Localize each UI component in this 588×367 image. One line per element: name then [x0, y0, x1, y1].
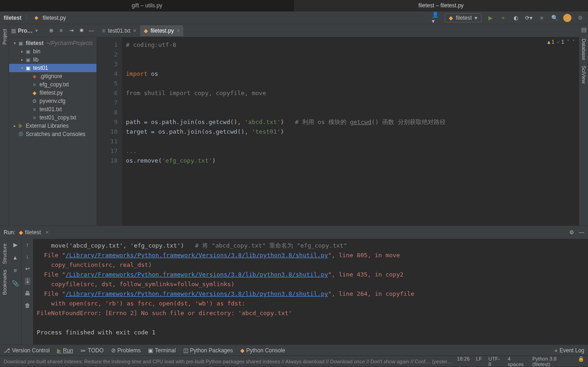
rerun-button[interactable]: ▶	[11, 242, 19, 249]
close-tab-icon[interactable]: ×	[45, 229, 49, 236]
expand-arrow-icon[interactable]: ▸	[19, 49, 25, 54]
hide-icon[interactable]: —	[579, 229, 584, 236]
run-tab[interactable]: ▶Run	[57, 347, 73, 354]
editor-tabs: ≡test01.txt× ◆filetest.py×	[96, 24, 579, 37]
chevron-down-icon: ▼	[34, 28, 39, 33]
sciview-tool-tab[interactable]: SciView	[580, 64, 588, 85]
profile-button[interactable]: ⟳▾	[525, 14, 533, 22]
status-encoding[interactable]: UTF-8	[488, 356, 501, 367]
run-icon: ▶	[57, 347, 61, 354]
up-button[interactable]: ↑	[26, 242, 29, 248]
settings-icon[interactable]: ✱	[78, 28, 85, 34]
stop-button[interactable]: ▲	[11, 254, 19, 262]
titlebar: gift – utils.py filetest – filetest.py	[0, 0, 588, 11]
expand-arrow-icon[interactable]: ▸	[12, 124, 17, 128]
coverage-button[interactable]: ◐	[512, 14, 520, 22]
settings-icon[interactable]: ⚙	[569, 229, 574, 236]
prev-highlight-icon[interactable]: ˄	[567, 39, 570, 45]
expand-all-icon[interactable]: ≡	[58, 28, 64, 34]
terminal-tab[interactable]: ▣Terminal	[148, 347, 175, 354]
problems-tab[interactable]: ⊘Problems	[111, 347, 141, 354]
bottom-toolbar: ⎇Version Control ▶Run ≔TODO ⊘Problems ▣T…	[0, 344, 588, 356]
folder-icon: ▣	[17, 40, 24, 46]
version-control-tab[interactable]: ⎇Version Control	[4, 347, 50, 354]
code-editor[interactable]: 12345678910111718 # coding:utf-8 import …	[96, 37, 579, 226]
expand-arrow-icon[interactable]: ▾	[19, 66, 25, 70]
print-icon[interactable]: 🖶	[25, 290, 30, 297]
run-config-selector[interactable]: ◆ filetest ▾	[445, 13, 481, 23]
expand-arrow-icon[interactable]: ▸	[19, 57, 25, 62]
tree-item-efgcopy[interactable]: ≡efg_copy.txt	[9, 80, 96, 89]
text-file-icon: ≡	[31, 82, 38, 87]
breadcrumb-root[interactable]: filetest	[4, 15, 22, 21]
tab-filetest[interactable]: ◆filetest.py×	[140, 25, 184, 36]
text-file-icon: ≡	[102, 28, 105, 34]
soft-wrap-icon[interactable]: ↩	[25, 265, 30, 272]
tree-item-test01copy[interactable]: ≡test01_copy.txt	[9, 113, 96, 122]
line-gutter: 12345678910111718	[96, 37, 122, 226]
tree-item-gitignore[interactable]: ◈.gitignore	[9, 72, 96, 80]
sidebar-title[interactable]: Pro…	[18, 28, 33, 34]
text-file-icon: ≡	[31, 115, 38, 120]
project-tool-tab[interactable]: Project	[1, 27, 8, 46]
down-button[interactable]: ↓	[26, 254, 29, 260]
tree-item-filetest[interactable]: ◆filetest.py	[9, 89, 96, 97]
scroll-end-icon[interactable]: ⇣	[25, 277, 30, 285]
event-log-tab[interactable]: ●Event Log	[554, 347, 584, 354]
run-tool-window: Run: ◆filetest× ⚙ — Structure Bookmarks …	[0, 226, 588, 344]
bookmarks-tool-tab[interactable]: Bookmarks	[1, 268, 8, 297]
stop-button[interactable]: ■	[537, 14, 546, 22]
close-icon[interactable]: ×	[176, 28, 180, 34]
avatar[interactable]	[563, 14, 571, 22]
search-everywhere-icon[interactable]: 🔍	[550, 14, 559, 22]
traceback-link[interactable]: /Library/Frameworks/Python.framework/Ver…	[66, 290, 328, 297]
close-icon[interactable]: ×	[133, 28, 136, 34]
traceback-link[interactable]: /Library/Frameworks/Python.framework/Ver…	[66, 271, 328, 278]
inspection-widget[interactable]: ▲1 ✓1 ˄ ˅	[548, 39, 576, 45]
tree-item-pyvenv[interactable]: ⚙pyvenv.cfg	[9, 97, 96, 105]
tree-external[interactable]: ▸⊪External Libraries	[9, 122, 96, 130]
expand-arrow-icon[interactable]: ▾	[12, 41, 17, 45]
breadcrumb-file[interactable]: filetest.py	[43, 15, 66, 21]
tree-item-test01[interactable]: ▾▣test01	[9, 64, 96, 72]
left-tool-stripe-lower: Structure Bookmarks	[0, 239, 9, 344]
layout-button[interactable]: ≡	[11, 267, 19, 275]
todo-tab[interactable]: ≔TODO	[80, 347, 103, 354]
python-packages-tab[interactable]: ◫Python Packages	[183, 347, 233, 354]
collapse-all-icon[interactable]: ⇥	[68, 28, 74, 34]
package-icon: ◫	[183, 347, 188, 354]
clear-icon[interactable]: 🗑	[25, 302, 30, 309]
left-tool-stripe: Project	[0, 24, 9, 226]
status-indent[interactable]: 4 spaces	[508, 356, 526, 367]
status-message[interactable]: Download pre-built shared indexes: Reduc…	[4, 359, 452, 364]
traceback-link[interactable]: /Library/Frameworks/Python.framework/Ver…	[66, 252, 328, 259]
right-tool-stripe: ▤ Database SciView	[579, 24, 588, 226]
code-content[interactable]: # coding:utf-8 import os from shutil imp…	[122, 37, 579, 226]
check-icon: ✓	[557, 39, 560, 45]
hide-icon[interactable]: —	[88, 28, 95, 34]
next-highlight-icon[interactable]: ˅	[572, 39, 575, 45]
debug-button[interactable]: ⌖	[499, 14, 507, 22]
status-lf[interactable]: LF	[476, 356, 482, 367]
tree-item-test01txt[interactable]: ≡test01.txt	[9, 105, 96, 113]
tree-item-bin[interactable]: ▸▣bin	[9, 47, 96, 56]
lock-icon[interactable]: 🔒	[578, 356, 584, 367]
notifications-icon[interactable]: ▤	[581, 26, 587, 33]
structure-tool-tab[interactable]: Structure	[1, 242, 8, 266]
python-console-tab[interactable]: ◆Python Console	[240, 347, 285, 354]
status-interpreter[interactable]: Python 3.8 (filetest)	[532, 356, 571, 367]
warning-icon: ▲	[548, 39, 551, 45]
database-tool-tab[interactable]: Database	[580, 37, 588, 62]
user-menu-icon[interactable]: 👤▾	[432, 14, 440, 22]
console-output[interactable]: move('abcd_copy.txt', 'efg_copy.txt') # …	[33, 239, 588, 344]
pin-button[interactable]: 📎	[11, 280, 19, 288]
tree-root[interactable]: ▾ ▣ filetest ~/PycharmProjects	[9, 39, 96, 47]
run-button[interactable]: ▶	[486, 14, 494, 22]
tree-item-lib[interactable]: ▸▣lib	[9, 56, 96, 64]
tree-scratches[interactable]: ⦿Scratches and Consoles	[9, 130, 96, 138]
select-opened-file-icon[interactable]: ⊕	[48, 28, 54, 34]
run-config-label[interactable]: ◆filetest×	[19, 229, 49, 236]
terminal-icon: ▣	[148, 347, 153, 354]
settings-icon[interactable]: ⚙	[576, 14, 584, 22]
tab-test01[interactable]: ≡test01.txt×	[98, 25, 140, 36]
